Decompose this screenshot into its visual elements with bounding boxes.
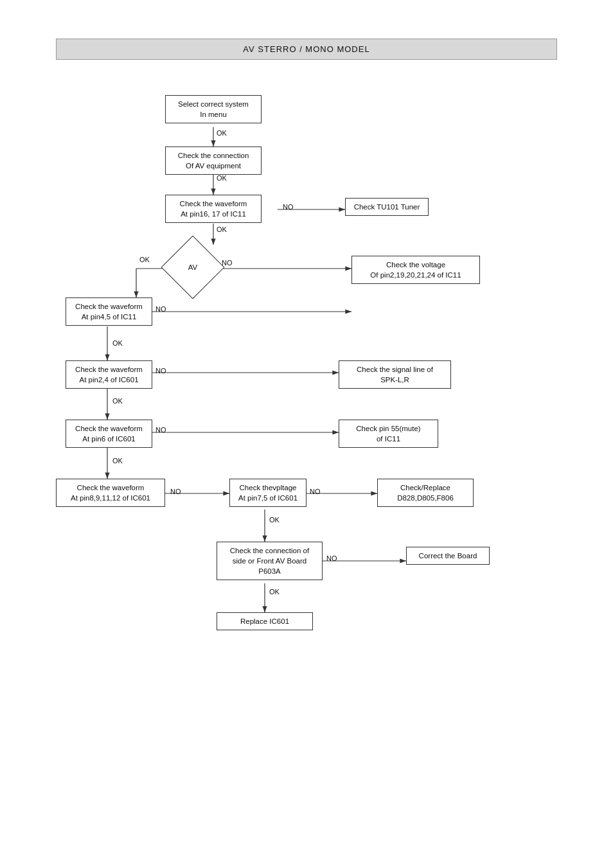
box-wf-2-4-text: Check the waveformAt pin2,4 of IC601 [75,366,143,384]
box-tu101: Check TU101 Tuner [345,198,429,216]
box-wf-2-4: Check the waveformAt pin2,4 of IC601 [66,360,152,389]
box-check-replace-text: Check/ReplaceD828,D805,F806 [397,484,454,502]
page: AV STERRO / MONO MODEL [0,0,613,868]
label-ok-7: OK [112,457,123,465]
box-wf-4-5-text: Check the waveformAt pin4,5 of IC11 [75,303,143,321]
box-spk-text: Check the signal line ofSPK-L,R [357,366,433,384]
box-wf-8-9-text: Check the waveformAt pin8,9,11,12 of IC6… [71,484,150,502]
diagram: Select correct systemIn menu OK Check th… [30,85,583,824]
label-ok-6: OK [112,397,123,405]
label-ok-4: OK [139,256,150,263]
box-voltage-7-5: Check thevpltageAt pin7,5 of IC601 [229,479,306,507]
box-check-conn-side: Check the connection ofside or Front AV … [217,542,323,580]
label-no-4: NO [155,367,166,375]
diamond-av-label: AV [188,263,198,272]
box-correct-board: Correct the Board [406,547,490,565]
box-check-conn-av: Check the connectionOf AV equipment [165,146,262,175]
title-bar: AV STERRO / MONO MODEL [56,39,557,60]
page-title: AV STERRO / MONO MODEL [243,44,369,54]
label-no-7: NO [310,488,321,495]
label-ok-5: OK [112,339,123,347]
box-wf-16-17: Check the waveformAt pin16, 17 of IC11 [165,195,262,223]
box-voltage-pin2-text: Check the voltageOf pin2,19,20,21,24 of … [370,261,461,279]
box-replace-ic601: Replace IC601 [217,612,313,630]
box-wf-4-5: Check the waveformAt pin4,5 of IC11 [66,297,152,326]
box-select: Select correct systemIn menu [165,95,262,123]
box-correct-board-text: Correct the Board [419,552,477,560]
box-select-text: Select correct systemIn menu [178,100,249,118]
box-spk: Check the signal line ofSPK-L,R [339,360,451,389]
label-no-6: NO [170,488,181,495]
label-ok-8: OK [269,516,280,524]
box-wf-6-text: Check the waveformAt pin6 of IC601 [75,425,143,443]
diamond-av: AV [170,245,215,290]
label-no-3: NO [155,305,166,313]
box-tu101-text: Check TU101 Tuner [354,203,420,211]
label-ok-9: OK [269,588,280,596]
label-no-5: NO [155,426,166,434]
arrows-svg [30,85,583,824]
label-ok-3: OK [217,226,227,233]
label-ok-1: OK [217,129,227,137]
box-check-conn-av-text: Check the connectionOf AV equipment [178,152,249,170]
label-no-2: NO [222,259,233,267]
label-no-8: NO [326,554,337,562]
box-replace-ic601-text: Replace IC601 [240,617,289,625]
box-check-conn-side-text: Check the connection ofside or Front AV … [230,547,309,575]
box-pin55: Check pin 55(mute)of IC11 [339,420,438,448]
box-pin55-text: Check pin 55(mute)of IC11 [356,425,420,443]
box-wf-6: Check the waveformAt pin6 of IC601 [66,420,152,448]
box-voltage-7-5-text: Check thevpltageAt pin7,5 of IC601 [238,484,298,502]
box-wf-16-17-text: Check the waveformAt pin16, 17 of IC11 [180,200,247,218]
box-voltage-pin2: Check the voltageOf pin2,19,20,21,24 of … [351,256,480,284]
label-no-1: NO [283,203,294,211]
box-check-replace: Check/ReplaceD828,D805,F806 [377,479,474,507]
box-wf-8-9: Check the waveformAt pin8,9,11,12 of IC6… [56,479,165,507]
label-ok-2: OK [217,174,227,182]
